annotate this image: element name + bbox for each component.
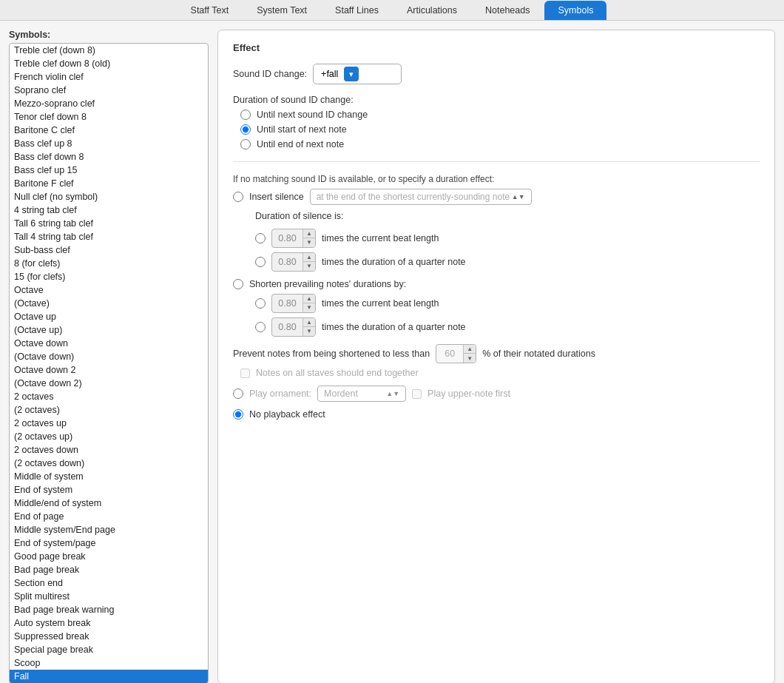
sound-id-chevron[interactable]: ▾	[344, 67, 359, 81]
radio-silence-quarter[interactable]	[255, 257, 266, 267]
list-item[interactable]: Octave down 2	[10, 363, 208, 377]
symbol-list[interactable]: Treble clef (down 8)Treble clef down 8 (…	[9, 43, 209, 683]
list-item[interactable]: (Octave up)	[10, 323, 208, 337]
sound-id-dropdown[interactable]: +fall ▾	[313, 64, 402, 84]
list-item[interactable]: (2 octaves down)	[10, 457, 208, 470]
silence-quarter-down[interactable]: ▼	[303, 262, 315, 271]
list-item[interactable]: Octave	[10, 283, 208, 297]
list-item[interactable]: Bass clef up 8	[10, 137, 208, 150]
insert-silence-dropdown[interactable]: at the end of the shortest currently-sou…	[310, 189, 532, 205]
tab-system-text[interactable]: System Text	[243, 1, 320, 20]
silence-beat-up[interactable]: ▲	[303, 229, 315, 238]
list-item[interactable]: Tenor clef down 8	[10, 110, 208, 124]
silence-times2-row: 0.80 ▲ ▼ times the duration of a quarter…	[255, 252, 760, 272]
left-panel: Symbols: Treble clef (down 8)Treble clef…	[9, 30, 209, 683]
list-item[interactable]: (Octave down 2)	[10, 377, 208, 390]
tab-staff-lines[interactable]: Staff Lines	[322, 1, 392, 20]
tab-articulations[interactable]: Articulations	[393, 1, 470, 20]
tab-symbols[interactable]: Symbols	[544, 1, 606, 20]
list-item[interactable]: Section end	[10, 576, 208, 590]
list-item[interactable]: Fall	[10, 670, 208, 683]
list-item[interactable]: Mezzo-soprano clef	[10, 97, 208, 110]
list-item[interactable]: Bass clef down 8	[10, 150, 208, 164]
play-upper-checkbox[interactable]	[412, 389, 422, 399]
list-item[interactable]: Bad page break	[10, 563, 208, 576]
prevent-arrows[interactable]: ▲ ▼	[463, 345, 476, 363]
radio-silence-beat[interactable]	[255, 233, 266, 243]
list-item[interactable]: 4 string tab clef	[10, 203, 208, 217]
list-item[interactable]: Middle system/End page	[10, 523, 208, 536]
radio-until-next-sound[interactable]	[240, 110, 251, 120]
list-item[interactable]: End of page	[10, 510, 208, 523]
list-item[interactable]: Tall 4 string tab clef	[10, 230, 208, 243]
radio-shorten[interactable]	[233, 279, 243, 289]
prevent-up[interactable]: ▲	[464, 345, 476, 354]
silence-beat-arrows[interactable]: ▲ ▼	[303, 229, 315, 247]
sound-id-value: +fall	[321, 69, 338, 79]
list-item[interactable]: Auto system break	[10, 616, 208, 630]
silence-beat-spinner[interactable]: 0.80 ▲ ▼	[271, 229, 316, 248]
list-item[interactable]: Baritone F clef	[10, 177, 208, 190]
radio-shorten-beat[interactable]	[255, 298, 266, 309]
list-item[interactable]: 2 octaves	[10, 390, 208, 403]
shorten-section: Shorten prevailing notes' durations by: …	[233, 279, 760, 337]
list-item[interactable]: 8 (for clefs)	[10, 257, 208, 270]
tab-staff-text[interactable]: Staff Text	[178, 1, 243, 20]
list-item[interactable]: Treble clef down 8 (old)	[10, 57, 208, 70]
prevent-down[interactable]: ▼	[464, 354, 476, 363]
radio-insert-silence[interactable]	[233, 192, 243, 202]
shorten-quarter-value: 0.80	[272, 320, 303, 334]
shorten-quarter-spinner[interactable]: 0.80 ▲ ▼	[271, 317, 316, 337]
list-item[interactable]: (2 octaves)	[10, 403, 208, 417]
radio-until-next-note[interactable]	[240, 124, 251, 135]
radio-shorten-quarter[interactable]	[255, 322, 266, 332]
silence-quarter-spinner[interactable]: 0.80 ▲ ▼	[271, 252, 316, 272]
list-item[interactable]: Baritone C clef	[10, 124, 208, 137]
list-item[interactable]: 2 octaves down	[10, 443, 208, 457]
list-item[interactable]: (Octave down)	[10, 350, 208, 363]
list-item[interactable]: Middle of system	[10, 470, 208, 483]
list-item[interactable]: (Octave)	[10, 297, 208, 310]
tab-noteheads[interactable]: Noteheads	[472, 1, 543, 20]
list-item[interactable]: Bass clef up 15	[10, 164, 208, 177]
list-item[interactable]: Suppressed break	[10, 630, 208, 643]
silence-beat-down[interactable]: ▼	[303, 238, 315, 247]
list-item[interactable]: Good page break	[10, 550, 208, 563]
list-item[interactable]: End of system	[10, 483, 208, 497]
list-item[interactable]: End of system/page	[10, 536, 208, 550]
list-item[interactable]: Null clef (no symbol)	[10, 190, 208, 203]
list-item[interactable]: Scoop	[10, 656, 208, 670]
silence-quarter-up[interactable]: ▲	[303, 253, 315, 262]
list-item[interactable]: Split multirest	[10, 590, 208, 603]
shorten-beat-down[interactable]: ▼	[303, 303, 315, 312]
shorten-quarter-down[interactable]: ▼	[303, 327, 315, 336]
shorten-quarter-arrows[interactable]: ▲ ▼	[303, 318, 315, 336]
play-ornament-row: Play ornament: Mordent ▲▼ Play upper-not…	[233, 386, 760, 402]
silence-quarter-arrows[interactable]: ▲ ▼	[303, 253, 315, 271]
radio-no-playback[interactable]	[233, 409, 243, 420]
list-item[interactable]: 2 octaves up	[10, 417, 208, 430]
list-item[interactable]: Tall 6 string tab clef	[10, 217, 208, 230]
prevent-value: 60	[436, 347, 463, 360]
list-item[interactable]: Treble clef (down 8)	[10, 44, 208, 57]
radio-until-end-note[interactable]	[240, 139, 251, 149]
silence-beat-value: 0.80	[272, 232, 303, 245]
shorten-quarter-up[interactable]: ▲	[303, 318, 315, 327]
radio-play-ornament[interactable]	[233, 388, 243, 399]
list-item[interactable]: Middle/end of system	[10, 497, 208, 510]
list-item[interactable]: Sub-bass clef	[10, 243, 208, 257]
shorten-beat-spinner[interactable]: 0.80 ▲ ▼	[271, 294, 316, 313]
notes-staves-checkbox[interactable]	[240, 369, 250, 378]
list-item[interactable]: Octave up	[10, 310, 208, 323]
list-item[interactable]: Bad page break warning	[10, 603, 208, 616]
list-item[interactable]: (2 octaves up)	[10, 430, 208, 443]
list-item[interactable]: Soprano clef	[10, 84, 208, 97]
list-item[interactable]: Special page break	[10, 643, 208, 656]
ornament-dropdown[interactable]: Mordent ▲▼	[317, 386, 406, 402]
shorten-beat-arrows[interactable]: ▲ ▼	[303, 295, 315, 312]
list-item[interactable]: French violin clef	[10, 70, 208, 84]
shorten-beat-up[interactable]: ▲	[303, 295, 315, 303]
prevent-spinner[interactable]: 60 ▲ ▼	[436, 344, 476, 363]
list-item[interactable]: 15 (for clefs)	[10, 270, 208, 283]
list-item[interactable]: Octave down	[10, 337, 208, 350]
